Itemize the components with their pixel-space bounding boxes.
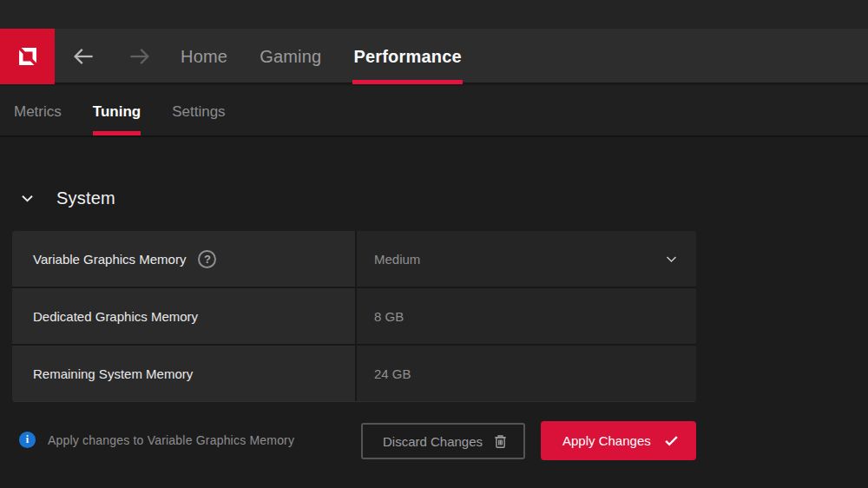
setting-label-text: Remaining System Memory bbox=[33, 366, 193, 381]
section-title: System bbox=[56, 188, 115, 208]
amd-logo[interactable] bbox=[0, 29, 55, 84]
setting-value-text: 8 GB bbox=[374, 309, 404, 324]
subtab-tuning[interactable]: Tuning bbox=[93, 86, 141, 137]
variable-graphics-memory-dropdown[interactable]: Medium bbox=[357, 231, 696, 287]
apply-button-label: Apply Changes bbox=[562, 433, 651, 448]
chevron-down-icon bbox=[664, 252, 679, 267]
amd-arrow-icon bbox=[13, 42, 43, 71]
setting-label-text: Variable Graphics Memory bbox=[33, 252, 186, 267]
subtab-metrics[interactable]: Metrics bbox=[14, 86, 62, 137]
arrow-left-icon bbox=[70, 43, 96, 69]
main-navbar: Home Gaming Performance bbox=[0, 29, 868, 84]
setting-label-variable-graphics-memory: Variable Graphics Memory ? bbox=[12, 231, 355, 287]
info-icon: i bbox=[19, 432, 36, 448]
setting-value-text: 24 GB bbox=[374, 366, 411, 381]
setting-label-remaining-system-memory: Remaining System Memory bbox=[12, 346, 355, 401]
note-text: Apply changes to Variable Graphics Memor… bbox=[48, 433, 294, 447]
tab-performance[interactable]: Performance bbox=[353, 29, 461, 84]
main-tabs: Home Gaming Performance bbox=[181, 29, 462, 84]
titlebar bbox=[0, 0, 868, 29]
setting-value-dedicated-graphics-memory: 8 GB bbox=[357, 288, 696, 344]
forward-button[interactable] bbox=[122, 29, 157, 84]
help-icon[interactable]: ? bbox=[198, 250, 216, 268]
trash-icon bbox=[492, 433, 509, 450]
tab-home[interactable]: Home bbox=[181, 29, 227, 84]
performance-subnav: Metrics Tuning Settings bbox=[0, 86, 868, 137]
arrow-right-icon bbox=[127, 43, 153, 69]
setting-label-text: Dedicated Graphics Memory bbox=[33, 309, 198, 324]
setting-value-remaining-system-memory: 24 GB bbox=[357, 346, 696, 401]
system-settings-table: Variable Graphics Memory ? Medium Dedica… bbox=[12, 231, 696, 401]
discard-button-label: Discard Changes bbox=[383, 434, 483, 449]
back-button[interactable] bbox=[66, 29, 101, 84]
check-icon bbox=[663, 432, 680, 449]
dropdown-selected-value: Medium bbox=[374, 252, 420, 267]
radeon-software-window: Home Gaming Performance Metrics Tuning S… bbox=[0, 0, 868, 488]
setting-label-dedicated-graphics-memory: Dedicated Graphics Memory bbox=[12, 288, 355, 344]
discard-changes-button[interactable]: Discard Changes bbox=[361, 423, 525, 459]
apply-changes-note: i Apply changes to Variable Graphics Mem… bbox=[19, 432, 294, 448]
subtab-settings[interactable]: Settings bbox=[172, 86, 225, 137]
sub-tabs: Metrics Tuning Settings bbox=[14, 86, 226, 137]
apply-changes-button[interactable]: Apply Changes bbox=[541, 421, 696, 460]
chevron-down-icon bbox=[19, 190, 36, 207]
system-section-toggle[interactable]: System bbox=[12, 179, 115, 217]
tab-gaming[interactable]: Gaming bbox=[260, 29, 321, 84]
